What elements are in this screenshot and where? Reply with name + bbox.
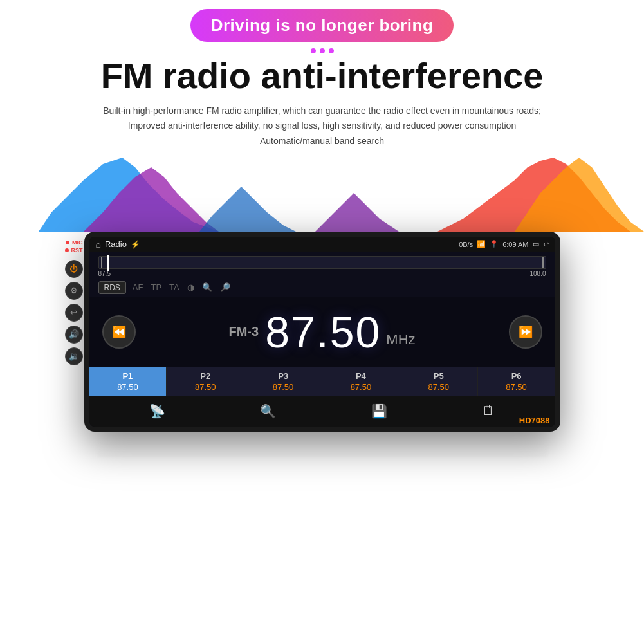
device-container: MIC RST ⏻ ⚙ ↩ 🔊 🔉 ⌂ Radio ⚡ — [0, 232, 644, 432]
rds-af[interactable]: AF — [133, 282, 143, 292]
dot-1 — [311, 48, 316, 53]
frequency-bar-area: 87.5 108.0 — [89, 252, 555, 279]
back-button[interactable]: ↩ — [65, 304, 83, 322]
status-bar: ⌂ Radio ⚡ 0B/s 📶 📍 6:09 AM ▭ ↩ — [89, 237, 555, 252]
back-nav-icon[interactable]: ↩ — [543, 240, 549, 248]
side-controls: MIC RST ⏻ ⚙ ↩ 🔊 🔉 — [65, 232, 83, 365]
device-reflection — [0, 433, 644, 465]
save-icon[interactable]: 💾 — [363, 401, 395, 421]
data-speed: 0B/s — [459, 241, 473, 248]
frequency-scale: 87.5 108.0 — [98, 270, 546, 277]
location-icon: 📍 — [490, 240, 499, 248]
volume-up-button[interactable]: 🔊 — [65, 326, 83, 344]
cast-icon[interactable]: 📡 — [142, 401, 173, 421]
preset-p5-name: P5 — [434, 371, 444, 381]
home-icon[interactable]: ⌂ — [96, 239, 101, 250]
preset-p3-freq: 87.50 — [273, 382, 294, 392]
next-button[interactable]: ⏩ — [509, 315, 542, 349]
rds-options: AF TP TA ◑ 🔍 🔎 — [133, 282, 230, 292]
svg-marker-3 — [283, 193, 399, 232]
reflection-visual — [97, 441, 547, 457]
waveform-visualization — [0, 154, 644, 232]
rds-ta[interactable]: TA — [169, 282, 179, 292]
rds-button[interactable]: RDS — [98, 281, 126, 294]
preset-p3[interactable]: P3 87.50 — [244, 367, 322, 396]
rst-label: RST — [71, 247, 83, 253]
rds-tp[interactable]: TP — [151, 282, 161, 292]
banner-pill: Driving is no longer boring — [190, 9, 454, 42]
dot-3 — [329, 48, 334, 53]
desc-line1: Built-in high-performance FM radio ampli… — [103, 106, 541, 116]
preset-p1-freq: 87.50 — [117, 382, 138, 392]
preset-p3-name: P3 — [278, 371, 288, 381]
frequency-display: 87.50 — [265, 307, 381, 357]
preset-p6-name: P6 — [511, 371, 522, 381]
rds-search-icon[interactable]: 🔍 — [202, 282, 212, 292]
car-radio-device: ⌂ Radio ⚡ 0B/s 📶 📍 6:09 AM ▭ ↩ — [84, 232, 560, 432]
status-left: ⌂ Radio ⚡ — [96, 239, 455, 250]
freq-min: 87.5 — [98, 270, 111, 277]
status-right: 0B/s 📶 📍 6:09 AM ▭ ↩ — [459, 240, 548, 248]
settings-button[interactable]: ⚙ — [65, 282, 83, 300]
preset-p4-name: P4 — [356, 371, 366, 381]
preset-p1-name: P1 — [122, 371, 133, 381]
description-block: Built-in high-performance FM radio ampli… — [0, 104, 644, 149]
waveform-svg — [0, 154, 644, 232]
clock: 6:09 AM — [502, 241, 528, 248]
preset-p5-freq: 87.50 — [428, 382, 449, 392]
frequency-track[interactable] — [98, 256, 546, 269]
search-toolbar-icon[interactable]: 🔍 — [252, 401, 284, 421]
mic-label-row: MIC — [66, 239, 83, 246]
frequency-group: FM-3 87.50 MHz — [228, 307, 415, 357]
power-button[interactable]: ⏻ — [65, 260, 83, 278]
rst-dot — [65, 248, 69, 252]
preset-p2[interactable]: P2 87.50 — [167, 367, 244, 396]
dot-2 — [320, 48, 325, 53]
mic-dot — [66, 241, 69, 244]
band-label: FM-3 — [228, 324, 259, 339]
top-banner-area: Driving is no longer boring — [0, 0, 644, 42]
rds-options-row: RDS AF TP TA ◑ 🔍 🔎 — [89, 279, 555, 297]
desc-line2: Improved anti-interference ability, no s… — [128, 120, 516, 131]
radio-display-area: ⏪ FM-3 87.50 MHz ⏩ — [89, 297, 555, 367]
wifi-icon: 📶 — [477, 240, 486, 248]
rds-zoom-icon[interactable]: 🔎 — [220, 282, 230, 292]
preset-p6-freq: 87.50 — [506, 382, 527, 392]
list-icon[interactable]: 🗒 — [474, 401, 502, 421]
freq-max: 108.0 — [529, 270, 546, 277]
mic-label: MIC — [72, 239, 83, 246]
main-heading: FM radio anti-interference — [0, 56, 644, 96]
screen-title: Radio — [105, 239, 127, 249]
preset-buttons-row: P1 87.50 P2 87.50 P3 87.50 P4 87.50 P5 — [89, 367, 555, 396]
screen-icon: ▭ — [533, 240, 539, 248]
preset-p1[interactable]: P1 87.50 — [89, 367, 167, 396]
banner-text: Driving is no longer boring — [211, 15, 434, 35]
frequency-needle — [107, 255, 109, 271]
prev-button[interactable]: ⏪ — [102, 315, 136, 349]
model-number: HD7088 — [519, 416, 550, 425]
mhz-label: MHz — [386, 331, 415, 348]
preset-p4-freq: 87.50 — [351, 382, 372, 392]
rst-label-row: RST — [65, 247, 83, 253]
desc-line3: Automatic/manual band search — [260, 136, 384, 146]
volume-down-button[interactable]: 🔉 — [65, 347, 83, 365]
rds-clock-icon[interactable]: ◑ — [187, 282, 194, 292]
preset-p2-freq: 87.50 — [195, 382, 216, 392]
decorative-dots — [0, 48, 644, 53]
preset-p2-name: P2 — [200, 371, 210, 381]
preset-p5[interactable]: P5 87.50 — [400, 367, 477, 396]
device-screen: ⌂ Radio ⚡ 0B/s 📶 📍 6:09 AM ▭ ↩ — [89, 237, 555, 427]
preset-p6[interactable]: P6 87.50 — [478, 367, 555, 396]
usb-icon: ⚡ — [131, 240, 140, 249]
preset-p4[interactable]: P4 87.50 — [322, 367, 400, 396]
bottom-toolbar: 📡 🔍 💾 🗒 — [89, 396, 555, 427]
